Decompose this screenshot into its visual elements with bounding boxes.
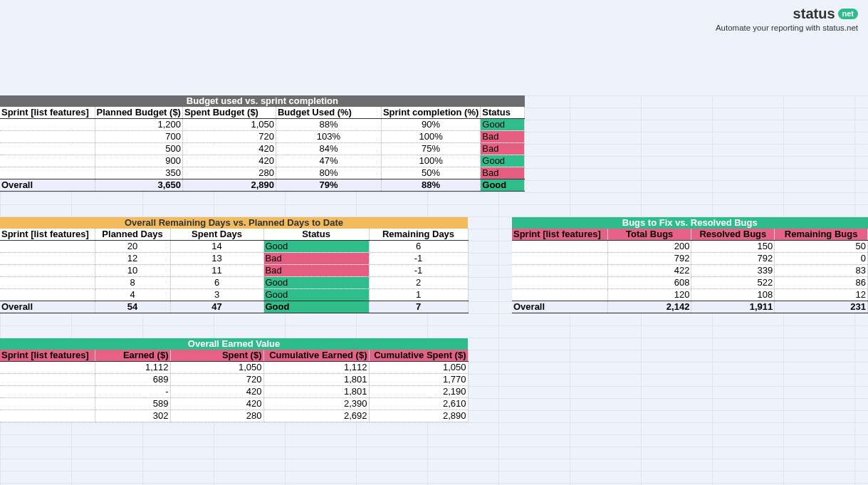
table-row: 42233983 bbox=[512, 265, 868, 277]
col-header: Planned Days bbox=[95, 229, 170, 241]
branding: status net Automate your reporting with … bbox=[716, 6, 858, 32]
bugs-table: Bugs to Fix vs. Resolved Bugs Sprint [li… bbox=[512, 217, 868, 313]
table-row: 700720103%100%Bad bbox=[0, 131, 525, 143]
col-header: Sprint [list features] bbox=[0, 107, 95, 119]
col-header: Spent Days bbox=[170, 229, 263, 241]
col-header: Sprint [list features] bbox=[0, 229, 95, 241]
status-badge: Bad bbox=[481, 167, 525, 179]
col-header: Budget Used (%) bbox=[276, 107, 381, 119]
days-table: Overall Remaining Days vs. Planned Days … bbox=[0, 217, 469, 313]
table-row: 86Good2 bbox=[0, 277, 468, 289]
col-header: Earned ($) bbox=[95, 350, 170, 362]
col-header: Remaining Days bbox=[369, 229, 468, 241]
days-title: Overall Remaining Days vs. Planned Days … bbox=[0, 217, 468, 229]
table-row: 43Good1 bbox=[0, 289, 468, 301]
col-header: Status bbox=[263, 229, 369, 241]
col-header: Status bbox=[481, 107, 525, 119]
col-header: Spent Budget ($) bbox=[182, 107, 276, 119]
table-row: 12010812 bbox=[512, 289, 868, 301]
table-row: -4201,8012,190 bbox=[0, 386, 468, 398]
table-row: 7927920 bbox=[512, 253, 868, 265]
bugs-title: Bugs to Fix vs. Resolved Bugs bbox=[512, 217, 868, 229]
col-header: Cumulative Earned ($) bbox=[263, 350, 369, 362]
col-header: Planned Budget ($) bbox=[95, 107, 182, 119]
table-row: 1011Bad-1 bbox=[0, 265, 468, 277]
status-badge: Good bbox=[263, 277, 369, 289]
overall-row: Overall 54 47 Good 7 bbox=[0, 301, 468, 313]
status-badge: Good bbox=[263, 289, 369, 301]
table-row: 20015050 bbox=[512, 241, 868, 253]
status-badge: Good bbox=[481, 179, 525, 192]
table-row: 2014Good6 bbox=[0, 241, 468, 253]
col-header: Cumulative Spent ($) bbox=[369, 350, 468, 362]
status-badge: Bad bbox=[263, 253, 369, 265]
table-row: 1,1121,0501,1121,050 bbox=[0, 362, 468, 374]
budget-table: Budget used vs. sprint completion Sprint… bbox=[0, 95, 525, 192]
table-row: 35028080%50%Bad bbox=[0, 167, 525, 179]
table-row: 5894202,3902,610 bbox=[0, 398, 468, 410]
status-badge: Bad bbox=[481, 143, 525, 155]
col-header: Sprint completion (%) bbox=[381, 107, 480, 119]
status-badge: Good bbox=[481, 155, 525, 167]
col-header: Sprint [list features] bbox=[0, 350, 95, 362]
logo-text: status bbox=[793, 6, 835, 22]
table-row: 3022802,6922,890 bbox=[0, 410, 468, 422]
overall-row: Overall 3,650 2,890 79% 88% Good bbox=[0, 179, 525, 192]
logo-pill: net bbox=[838, 9, 859, 19]
status-badge: Good bbox=[481, 119, 525, 131]
status-badge: Good bbox=[263, 241, 369, 253]
table-row: 50042084%75%Bad bbox=[0, 143, 525, 155]
spreadsheet-grid: Budget used vs. sprint completion Sprint… bbox=[0, 95, 868, 485]
table-row: 1,2001,05088%90%Good bbox=[0, 119, 525, 131]
budget-title: Budget used vs. sprint completion bbox=[0, 95, 525, 107]
col-header: Resolved Bugs bbox=[691, 229, 775, 241]
table-row: 60852286 bbox=[512, 277, 868, 289]
logo: status net bbox=[716, 6, 858, 22]
table-row: 1213Bad-1 bbox=[0, 253, 468, 265]
earned-title: Overall Earned Value bbox=[0, 338, 468, 350]
table-row: 90042047%100%Good bbox=[0, 155, 525, 167]
table-row: 6897201,8011,770 bbox=[0, 374, 468, 386]
col-header: Total Bugs bbox=[608, 229, 691, 241]
col-header: Sprint [list features] bbox=[512, 229, 608, 241]
status-badge: Good bbox=[263, 301, 369, 313]
earned-table: Overall Earned Value Sprint [list featur… bbox=[0, 338, 469, 422]
col-header: Spent ($) bbox=[170, 350, 263, 362]
status-badge: Bad bbox=[481, 131, 525, 143]
col-header: Remaining Bugs bbox=[775, 229, 868, 241]
tagline: Automate your reporting with status.net bbox=[716, 24, 858, 32]
status-badge: Bad bbox=[263, 265, 369, 277]
overall-row: Overall 2,142 1,911 231 bbox=[512, 301, 868, 313]
